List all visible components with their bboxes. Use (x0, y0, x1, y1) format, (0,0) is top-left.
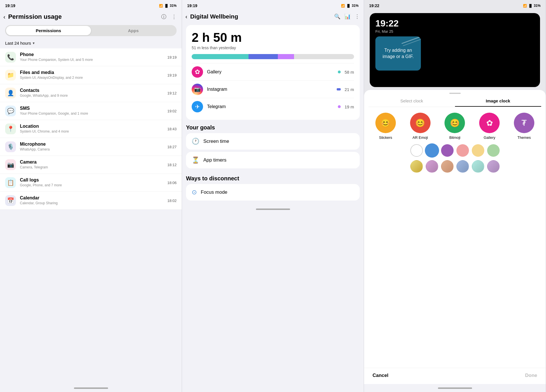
app-name: Gallery (207, 69, 334, 75)
color-dot-yellow[interactable] (472, 144, 484, 157)
stickers-option[interactable]: 😊 Stickers (375, 113, 396, 140)
usage-bar (192, 54, 354, 59)
battery-2: 31% (352, 4, 359, 8)
clock-icon: 🕐 (192, 138, 199, 145)
home-bar-3 (438, 387, 472, 389)
list-item[interactable]: 📅 Calendar Calendar, Group Sharing 18:02 (0, 192, 182, 210)
digital-wellbeing-panel: 19:19 📶 ▐▌ 31% ‹ Digital Wellbeing 🔍 📊 ⋮… (182, 0, 364, 392)
app-timers-goal[interactable]: ⏳ App timers (186, 152, 360, 168)
dw-title: Digital Wellbeing (190, 13, 330, 20)
list-item[interactable]: 📷 Camera Camera, Telegram 18:12 (0, 156, 182, 174)
perm-sub: Your Phone Companion, System UI, and 5 m… (20, 58, 163, 62)
list-item[interactable]: 💬 SMS Your Phone Companion, Google, and … (0, 102, 182, 120)
bar-telegram (278, 54, 294, 59)
gallery-icon: ✿ (479, 113, 500, 133)
disconnect-section: Ways to disconnect ⊙ Focus mode (186, 175, 360, 203)
files-icon: 📁 (5, 70, 16, 81)
dw-header: ‹ Digital Wellbeing 🔍 📊 ⋮ (182, 10, 364, 23)
home-bar-2 (256, 209, 290, 210)
goals-title: Your goals (186, 124, 360, 131)
color-dot-white[interactable] (410, 144, 423, 157)
bottom-nav-1 (0, 384, 182, 392)
usage-comparison: 51 m less than yesterday (192, 46, 354, 50)
tab-permissions[interactable]: Permissions (6, 26, 91, 35)
usage-card: 2 h 50 m 51 m less than yesterday ✿ Gall… (186, 25, 360, 120)
tab-apps[interactable]: Apps (91, 26, 176, 35)
search-icon[interactable]: 🔍 (334, 13, 340, 20)
screen-time-goal[interactable]: 🕐 Screen time (186, 133, 360, 150)
bitmoji-label: Bitmoji (449, 135, 460, 140)
perm-name: Phone (20, 52, 163, 57)
instagram-app-icon: 📷 (192, 84, 203, 95)
ls-image-placeholder[interactable]: Try adding an image or a GIF. (375, 36, 421, 71)
list-item[interactable]: 📍 Location System UI, Chrome, and 4 more… (0, 120, 182, 138)
status-icons-2: 📶 ▐▌ 31% (341, 4, 359, 8)
tab-image-clock[interactable]: Image clock (455, 96, 541, 107)
lockscreen-preview: 19:22 Fri, Mar 25 Try adding an image or… (370, 13, 540, 87)
done-button[interactable]: Done (525, 373, 537, 378)
app-color-dot (338, 71, 341, 73)
app-name: Telegram (207, 104, 334, 109)
list-item[interactable]: 📞 Phone Your Phone Companion, System UI,… (0, 48, 182, 66)
chart-icon[interactable]: 📊 (344, 13, 351, 20)
list-item[interactable]: 📷 Instagram 21 m (192, 81, 354, 98)
ls-clock: 19:22 (375, 18, 399, 29)
signal-icon-3: ▐▌ (528, 4, 533, 7)
status-icons-1: 📶 ▐▌ 31% (159, 4, 177, 8)
perm-title: Permission usage (8, 13, 156, 20)
perm-name: Call logs (20, 178, 163, 183)
list-item[interactable]: ✿ Gallery 58 m (192, 63, 354, 81)
color-dot-gold[interactable] (410, 160, 423, 173)
signal-icon: ▐▌ (164, 4, 169, 7)
perm-time: 18:27 (167, 145, 177, 149)
sheet-actions: Cancel Done (364, 368, 546, 384)
goals-section: Your goals 🕐 Screen time ⏳ App timers (186, 124, 360, 171)
themes-icon: ₮ (514, 113, 534, 133)
bitmoji-option[interactable]: 😊 Bitmoji (444, 113, 465, 140)
tab-select-clock[interactable]: Select clock (369, 96, 455, 107)
wifi-icon-2: 📶 (341, 4, 345, 8)
color-dot-blue[interactable] (426, 144, 438, 157)
color-dot-lilac[interactable] (487, 160, 500, 173)
back-button-1[interactable]: ‹ (3, 14, 5, 20)
perm-time: 18:02 (167, 199, 177, 203)
list-item[interactable]: 📁 Files and media System UI, AlwaysOnDis… (0, 66, 182, 84)
contacts-icon: 👤 (5, 88, 16, 98)
app-time: 58 m (345, 70, 354, 75)
focus-icon: ⊙ (192, 189, 197, 196)
color-dot-purple[interactable] (441, 144, 454, 157)
gallery-option[interactable]: ✿ Gallery (479, 113, 500, 140)
color-dot-periwinkle[interactable] (456, 160, 469, 173)
list-item[interactable]: 👤 Contacts Google, WhatsApp, and 9 more … (0, 84, 182, 102)
perm-name: Files and media (20, 70, 163, 75)
focus-mode-item[interactable]: ⊙ Focus mode (186, 184, 360, 201)
list-item[interactable]: 📋 Call logs Google, Phone, and 7 more 18… (0, 174, 182, 192)
color-dot-peach[interactable] (441, 160, 454, 173)
wifi-icon-3: 📶 (523, 4, 527, 8)
color-dot-mint[interactable] (472, 160, 484, 173)
themes-option[interactable]: ₮ Themes (514, 113, 534, 140)
cancel-button[interactable]: Cancel (373, 373, 388, 378)
time-filter[interactable]: Last 24 hours ▾ (0, 40, 182, 48)
disconnect-title: Ways to disconnect (186, 175, 360, 182)
location-icon: 📍 (5, 123, 16, 134)
perm-name: SMS (20, 106, 163, 111)
microphone-icon: 🎙️ (5, 141, 16, 152)
status-bar-2: 19:19 📶 ▐▌ 31% (182, 0, 364, 10)
ar-emoji-option[interactable]: 😊 AR Emoji (410, 113, 431, 140)
ls-image-text: Try adding an image or a GIF. (378, 47, 418, 60)
bitmoji-icon: 😊 (444, 113, 465, 133)
color-dot-lavender[interactable] (426, 160, 438, 173)
calendar-icon: 📅 (5, 195, 16, 206)
more-button-1[interactable]: ⋮ (171, 14, 177, 20)
info-button[interactable]: ⓘ (161, 13, 166, 20)
sms-icon: 💬 (5, 106, 16, 116)
color-dot-pink[interactable] (456, 144, 469, 157)
back-button-2[interactable]: ‹ (185, 13, 187, 20)
perm-sub: Google, WhatsApp, and 9 more (20, 94, 163, 98)
app-name: Instagram (207, 87, 333, 92)
list-item[interactable]: 🎙️ Microphone WhatsApp, Camera 18:27 (0, 138, 182, 156)
color-dot-green[interactable] (487, 144, 500, 157)
more-button-2[interactable]: ⋮ (355, 13, 360, 20)
list-item[interactable]: ✈ Telegram 19 m (192, 98, 354, 115)
